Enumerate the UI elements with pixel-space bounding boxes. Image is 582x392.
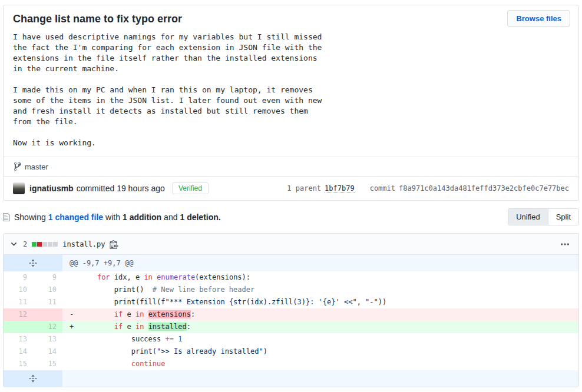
old-line-number[interactable]: 12 [4,308,33,321]
new-line-number[interactable]: 10 [33,284,62,296]
changed-file-link[interactable]: 1 changed file [48,212,103,222]
clipboard-icon [110,240,118,249]
code-tokens: success += 1 [80,335,182,343]
copy-file-path-button[interactable] [110,240,118,249]
new-line-number[interactable]: 15 [33,358,62,370]
new-line-number[interactable]: 13 [33,333,62,346]
code-line: + if e in installed: [62,321,578,333]
diff-line-context: 10 10 print() # New line before header [4,284,578,296]
diff-line-context: 13 13 success += 1 [4,333,578,346]
line-marker: + [70,321,80,333]
expand-hunk-button[interactable] [4,370,62,387]
diffstat-block-neutral [53,242,58,247]
split-view-button[interactable]: Split [548,209,578,225]
chevron-down-icon [11,241,17,247]
hunk-footer [62,370,578,387]
unfold-icon [29,374,37,383]
commit-header: Change list name to fix typo error Brows… [4,5,578,25]
file-header: 2 install.py [4,234,578,255]
code-line: - if e in extensions: [62,308,578,321]
parent-sha-link[interactable]: 1bf7b79 [325,184,355,193]
hunk-header-text: @@ -9,7 +9,7 @@ [62,255,578,271]
code-tokens: print() # New line before header [80,285,254,294]
old-line-number[interactable]: 14 [4,346,33,358]
file-changes-count: 2 [23,240,27,248]
unfold-icon [29,259,37,267]
expand-hunk-button[interactable] [4,255,62,271]
old-line-number[interactable]: 15 [4,358,33,370]
code-tokens: continue [80,360,166,368]
new-line-number[interactable]: 11 [33,296,62,308]
hunk-row-bottom [4,370,578,387]
file-diff-icon [3,212,10,222]
code-tokens: print(">> Is already installed") [80,347,267,356]
deletion-count: 1 deletion. [180,212,220,222]
diffstat-block-deleted [37,242,42,247]
browse-files-button[interactable]: Browse files [507,10,570,27]
diff-line-added: 12 + if e in installed: [4,321,578,333]
kebab-horizontal-icon [561,243,569,245]
diffstat-block-added [32,242,37,247]
commit-description: I have used descriptive namings for my v… [4,25,578,157]
committed-text: committed 19 hours ago [77,184,165,193]
file-name-link[interactable]: install.py [62,240,105,248]
old-line-number[interactable] [4,321,33,333]
new-line-number[interactable]: 12 [33,321,62,333]
code-tokens: if e in extensions: [80,310,195,318]
code-tokens: for idx, e in enumerate(extensions): [80,273,250,281]
diffstat-block-neutral [42,242,47,247]
and-text: and [164,212,177,222]
addition-count: 1 addition [123,212,161,222]
commit-shas: 1 parent 1bf7b79 commit f8a971c0a143da48… [287,184,569,193]
diff-view-toggle: Unified Split [508,208,579,225]
commit-meta-row: ignatiusmb committed 19 hours ago Verifi… [4,176,578,200]
branch-name[interactable]: master [25,162,48,171]
commit-label: commit [370,184,395,192]
diff-file-box: 2 install.py [3,233,579,387]
parent-label: 1 parent [287,184,321,192]
code-tokens: print(fill(f"*** Extension {str(idx).zfi… [80,298,386,306]
avatar[interactable] [13,182,25,194]
diffstat-block-neutral [48,242,52,247]
verified-badge[interactable]: Verified [172,182,209,194]
new-line-number[interactable]: 9 [33,271,62,284]
diff-line-context: 11 11 print(fill(f"*** Extension {str(id… [4,296,578,308]
new-line-number[interactable] [33,308,62,321]
unified-view-button[interactable]: Unified [508,209,547,225]
commit-title: Change list name to fix typo error [13,13,569,25]
diff-line-deleted: 12 - if e in extensions: [4,308,578,321]
old-line-number[interactable]: 10 [4,284,33,296]
diff-line-context: 14 14 print(">> Is already installed") [4,346,578,358]
diffstat [32,242,58,247]
old-line-number[interactable]: 9 [4,271,33,284]
git-branch-icon [13,162,21,171]
with-text: with [105,212,120,222]
changed-files-summary: Showing 1 changed file with 1 addition a… [3,212,221,222]
diff-line-context: 9 9 for idx, e in enumerate(extensions): [4,271,578,284]
hunk-row: @@ -9,7 +9,7 @@ [4,255,578,271]
old-line-number[interactable]: 13 [4,333,33,346]
file-options-button[interactable] [557,242,573,247]
commit-sha: f8a971c0a143da481feffd373e2cbfe0c7e77bec [399,184,569,192]
showing-text: Showing [14,212,46,222]
code-line: continue [62,358,578,370]
line-marker: - [70,308,80,321]
code-tokens: if e in installed: [80,323,191,331]
code-line: for idx, e in enumerate(extensions): [62,271,578,284]
collapse-file-button[interactable] [9,240,18,248]
code-line: print(fill(f"*** Extension {str(idx).zfi… [62,296,578,308]
diff-line-context: 15 15 continue [4,358,578,370]
code-line: print(">> Is already installed") [62,346,578,358]
commit-box: Change list name to fix typo error Brows… [3,5,579,201]
branch-row: master [4,157,578,176]
new-line-number[interactable]: 14 [33,346,62,358]
diff-toolbar: Showing 1 changed file with 1 addition a… [3,208,579,225]
code-line: success += 1 [62,333,578,346]
author-link[interactable]: ignatiusmb [29,184,74,193]
old-line-number[interactable]: 11 [4,296,33,308]
code-line: print() # New line before header [62,284,578,296]
